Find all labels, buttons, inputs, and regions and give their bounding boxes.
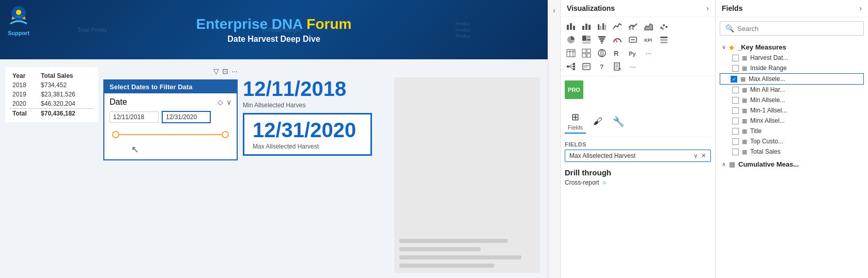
- tab-analytics[interactable]: 🔧: [610, 114, 627, 129]
- total-value: $70,436,182: [38, 109, 94, 119]
- svg-text:R: R: [614, 50, 619, 57]
- clustered-bar-icon[interactable]: [595, 20, 609, 32]
- range-slider[interactable]: [114, 129, 227, 140]
- list-item-selected[interactable]: ✓ ▦ Max Allsele...: [720, 73, 864, 85]
- calc-icon: ▦: [742, 138, 747, 145]
- viz-icon-row-1: [564, 20, 712, 32]
- svg-rect-47: [573, 63, 575, 65]
- fields-panel-arrow[interactable]: ›: [859, 4, 862, 12]
- viz-title: Visualizations: [567, 4, 615, 12]
- list-item[interactable]: ▦ Min Allsele...: [720, 95, 864, 105]
- funnel-icon[interactable]: [595, 34, 609, 46]
- list-item[interactable]: ▦ Minx Allsel...: [720, 116, 864, 126]
- table-icon[interactable]: [564, 47, 578, 59]
- field-pill[interactable]: Max Allselected Harvest ∨ ✕: [565, 150, 711, 162]
- checkbox-total-sales[interactable]: [732, 149, 739, 155]
- checkbox-min-allsele[interactable]: [732, 97, 739, 104]
- svg-rect-9: [600, 26, 601, 30]
- year-2020: 2020: [9, 99, 38, 109]
- item-min1-allsel: Min-1 Allsel...: [750, 107, 787, 114]
- qa-icon[interactable]: ?: [595, 60, 609, 73]
- checkbox-min1-allsel[interactable]: [732, 107, 739, 114]
- combo-chart-icon[interactable]: [626, 20, 640, 32]
- gauge-icon[interactable]: [610, 34, 625, 46]
- card-icon[interactable]: [626, 34, 640, 46]
- list-item[interactable]: ▦ Min-1 Allsel...: [720, 105, 864, 116]
- search-input[interactable]: [737, 25, 858, 32]
- range-handle-left[interactable]: [112, 131, 119, 138]
- checkbox-minx-allsel[interactable]: [732, 118, 739, 124]
- checkbox-title[interactable]: [732, 128, 739, 135]
- range-handle-right[interactable]: [222, 131, 229, 138]
- fields-bottom-label: Fields: [565, 141, 711, 148]
- checkbox-harvest-dat[interactable]: [732, 55, 739, 61]
- visualizations-panel: Visualizations › KPI: [561, 0, 716, 278]
- scatter-icon[interactable]: [657, 20, 671, 32]
- start-date-input[interactable]: [110, 111, 159, 123]
- more-options-icon[interactable]: ···: [626, 60, 640, 73]
- list-item[interactable]: ▦ Inside Range: [720, 63, 864, 73]
- svg-rect-2: [567, 25, 569, 30]
- expand-icon[interactable]: ⊡: [222, 67, 228, 75]
- svg-rect-30: [660, 37, 668, 38]
- cumulative-header[interactable]: ∧ ▦ Cumulative Meas...: [720, 159, 864, 170]
- checkbox-min-all-har[interactable]: [732, 87, 739, 93]
- list-item[interactable]: ▦ Top Custo...: [720, 136, 864, 146]
- viz-icon-row-3: R Py ···: [564, 47, 712, 59]
- list-item[interactable]: ▦ Min All Har...: [720, 85, 864, 95]
- filter-icon[interactable]: ▽: [213, 67, 219, 75]
- end-date-input[interactable]: [162, 111, 211, 123]
- bar-chart-icon[interactable]: [579, 20, 594, 32]
- cumulative-label: Cumulative Meas...: [738, 160, 799, 168]
- smart-narrative-icon[interactable]: [579, 60, 594, 73]
- line-chart-icon[interactable]: [610, 20, 625, 32]
- key-measures-label: _Key Measures: [737, 43, 786, 51]
- stacked-bar-icon[interactable]: [564, 20, 578, 32]
- svg-text:Py: Py: [629, 51, 636, 57]
- item-inside-range: Inside Range: [750, 64, 787, 72]
- list-item[interactable]: ▦ Title: [720, 126, 864, 136]
- viz-arrow[interactable]: ›: [706, 4, 709, 12]
- svg-point-15: [663, 24, 665, 26]
- calc-icon: ▦: [742, 149, 747, 155]
- checkbox-max-allsele[interactable]: ✓: [731, 76, 737, 83]
- decomp-tree-icon[interactable]: [564, 60, 578, 73]
- search-box: 🔍: [720, 21, 864, 36]
- paginated-icon[interactable]: [610, 60, 625, 73]
- slicer-icon[interactable]: [657, 34, 671, 46]
- matrix-icon[interactable]: [579, 47, 594, 59]
- area-chart-icon[interactable]: [641, 20, 656, 32]
- pie-chart-icon[interactable]: [564, 34, 578, 46]
- tab-fields[interactable]: ⊞ Fields: [565, 109, 586, 134]
- total-row: Total $70,436,182: [9, 109, 94, 119]
- sales-table: Year Total Sales 2018 $734,452 2019 $23,…: [5, 67, 98, 122]
- tab-format[interactable]: 🖌: [590, 114, 606, 129]
- field-check-icon[interactable]: ∨: [693, 152, 698, 159]
- py-icon[interactable]: Py: [626, 47, 640, 59]
- list-item[interactable]: ▦ Total Sales: [720, 146, 864, 157]
- viz-icon-row-4: ? ···: [564, 60, 712, 73]
- checkbox-top-custo[interactable]: [732, 138, 739, 145]
- treemap-icon[interactable]: [579, 34, 594, 46]
- map-icon[interactable]: [595, 47, 609, 59]
- chart-line: [399, 264, 494, 268]
- list-item[interactable]: ▦ Harvest Dat...: [720, 53, 864, 63]
- cross-report-toggle[interactable]: ○: [602, 179, 606, 186]
- more-icon[interactable]: ···: [231, 67, 238, 75]
- cross-report-label: Cross-report: [565, 179, 599, 186]
- eraser-icon[interactable]: ◇: [218, 98, 223, 106]
- checkbox-inside-range[interactable]: [732, 65, 739, 72]
- date-label: Date: [110, 97, 127, 107]
- key-measures-header[interactable]: ∨ ◆ _Key Measures: [720, 42, 864, 53]
- field-remove-icon[interactable]: ✕: [701, 152, 706, 159]
- table-row: 2018 $734,452: [9, 80, 94, 90]
- year-2018: 2018: [9, 80, 38, 90]
- dropdown-icon[interactable]: ∨: [226, 98, 231, 106]
- kpi-icon[interactable]: KPI: [641, 34, 656, 46]
- collapse-button[interactable]: ‹: [548, 0, 561, 278]
- r-icon[interactable]: R: [610, 47, 625, 59]
- svg-line-50: [569, 64, 573, 67]
- svg-point-1: [16, 10, 21, 15]
- sales-2020: $46,320,204: [38, 99, 94, 109]
- more-visuals-icon[interactable]: ···: [641, 47, 656, 59]
